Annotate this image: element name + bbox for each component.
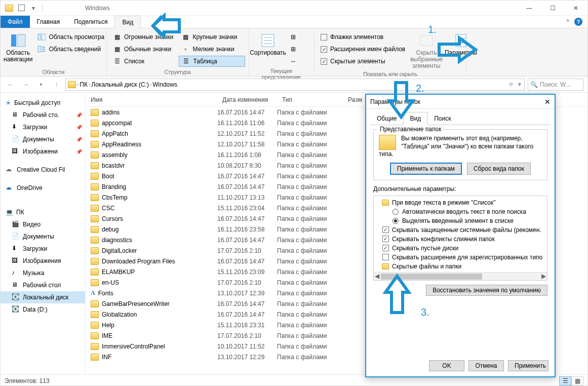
item-count: Элементов: 113 — [5, 377, 50, 384]
tab-home[interactable]: Главная — [30, 16, 67, 28]
advanced-settings-list[interactable]: При вводе текста в режиме "Список"Автома… — [373, 196, 547, 281]
svg-rect-7 — [42, 51, 45, 52]
sidebar-item[interactable]: 🖥Рабочий стол — [1, 279, 85, 291]
annotation-arrow-2 — [437, 37, 478, 64]
search-icon: 🔍 — [530, 81, 538, 88]
annotation-arrow-1 — [150, 15, 185, 38]
annotation-label-3: 3. — [421, 306, 429, 318]
file-extensions-toggle[interactable]: ✓Расширения имен файлов — [318, 44, 408, 55]
folder-options-dialog: Параметры папок ✕ Общие Вид Поиск Предст… — [365, 94, 556, 377]
preview-pane-button[interactable]: Область просмотра — [34, 31, 107, 43]
sidebar-item[interactable]: ⬇Загрузки📌 — [1, 121, 85, 133]
svg-rect-3 — [42, 34, 45, 40]
sidebar-item[interactable]: ☁Creative Cloud Fil — [1, 164, 85, 176]
sidebar-item[interactable]: 🎬Видео — [1, 218, 85, 230]
annotation-label-1: 1. — [428, 24, 437, 35]
advanced-option[interactable]: ✓Скрывать защищенные системные файлы (ре… — [375, 225, 546, 235]
svg-marker-20 — [439, 38, 476, 61]
folder-icon — [68, 81, 76, 88]
sidebar-item[interactable]: 💽Локальный диск — [1, 291, 85, 303]
sidebar-item[interactable]: ⬇Загрузки — [1, 243, 85, 255]
sidebar: ★Быстрый доступ 🖥Рабочий сто.📌⬇Загрузки📌… — [1, 93, 86, 374]
this-pc[interactable]: 💻ПК — [1, 206, 85, 218]
sidebar-item[interactable]: ♪Музыка — [1, 267, 85, 279]
tab-file[interactable]: Файл — [1, 16, 30, 28]
ok-button[interactable]: OK — [429, 360, 464, 371]
minimize-button[interactable]: — — [518, 1, 541, 16]
help-icon[interactable]: ? — [574, 18, 582, 26]
dialog-tab-search[interactable]: Поиск — [427, 112, 457, 125]
breadcrumb[interactable]: › ПК› Локальный диск (C:)› Windows ⟳ ▼ — [65, 79, 525, 91]
svg-rect-1 — [17, 34, 25, 47]
svg-marker-22 — [385, 276, 409, 313]
sidebar-item[interactable]: 🖥Рабочий сто.📌 — [1, 109, 85, 121]
svg-rect-2 — [38, 34, 41, 40]
layout-medium[interactable]: ▦Обычные значки — [110, 44, 177, 55]
cancel-button[interactable]: Отмена — [468, 360, 504, 371]
back-button[interactable]: ← — [5, 79, 17, 91]
layout-list[interactable]: ☰Список — [110, 56, 177, 67]
details-pane-button[interactable]: Область сведений — [34, 44, 107, 55]
history-dropdown[interactable]: ▼ — [35, 79, 47, 91]
sidebar-item[interactable]: 📄Документы — [1, 230, 85, 243]
search-input[interactable]: 🔍 Поиск: W... — [528, 79, 583, 91]
close-button[interactable]: ✕ — [564, 1, 587, 16]
reset-folders-button[interactable]: Сброс вида папок — [467, 163, 531, 175]
navigation-pane-button[interactable]: Область навигации — [4, 30, 32, 63]
forward-button[interactable]: → — [20, 79, 32, 91]
collapse-ribbon-icon[interactable]: ^ — [566, 18, 569, 25]
view-details-button[interactable]: ☰ — [559, 376, 571, 385]
svg-rect-5 — [42, 47, 45, 48]
advanced-option[interactable]: Выделять введенный элемент в списке — [375, 216, 546, 225]
advanced-option[interactable]: ✓Скрывать конфликты слияния папок — [375, 235, 546, 244]
quick-access[interactable]: ★Быстрый доступ — [1, 97, 85, 109]
sidebar-item[interactable]: 🖼Изображени📌 — [1, 145, 85, 158]
folder-icon — [4, 3, 15, 14]
svg-rect-6 — [42, 49, 45, 50]
item-checkboxes-toggle[interactable]: Флажки элементов — [318, 31, 408, 43]
qat-dropdown[interactable]: ▾ — [28, 3, 39, 14]
titlebar: ▾ Windows — ☐ ✕ — [1, 1, 587, 16]
ribbon: Область навигации Область просмотра Обла… — [1, 28, 587, 76]
dialog-close-button[interactable]: ✕ — [544, 98, 551, 106]
restore-defaults-button[interactable]: Восстановить значения по умолчанию — [426, 285, 547, 296]
maximize-button[interactable]: ☐ — [541, 1, 564, 16]
annotation-arrow-3 — [388, 81, 414, 121]
qat-checkbox[interactable] — [16, 3, 27, 14]
apply-to-folders-button[interactable]: Применить к папкам — [390, 163, 462, 175]
svg-rect-12 — [420, 35, 433, 46]
tab-share[interactable]: Поделиться — [67, 16, 114, 28]
address-bar: ← → ▼ ↑ › ПК› Локальный диск (C:)› Windo… — [1, 76, 587, 93]
addcolumn-button[interactable]: ⊞ — [286, 44, 300, 55]
layout-large[interactable]: ▦Крупные значки — [179, 31, 246, 43]
window-title: Windows — [85, 5, 110, 12]
sort-button[interactable]: Сортировать — [252, 30, 284, 56]
groupby-button[interactable]: ⊞ — [286, 31, 300, 43]
sidebar-item[interactable]: ☁OneDrive — [1, 182, 85, 194]
annotation-arrow-4 — [384, 274, 410, 316]
view-icons-button[interactable]: ▦ — [571, 376, 583, 385]
sidebar-item[interactable]: 📄Документы📌 — [1, 133, 85, 145]
sidebar-item[interactable]: 🖼Изображения — [1, 255, 85, 267]
advanced-option[interactable]: ✓Скрывать пустые диски — [375, 244, 546, 253]
annotation-label-2: 2. — [416, 83, 424, 94]
advanced-option[interactable]: Автоматически вводить текст в поле поиск… — [375, 207, 546, 216]
layout-table[interactable]: ☰Таблица — [179, 56, 246, 67]
sidebar-item[interactable]: 💽Data (D:) — [1, 303, 85, 316]
apply-button[interactable]: Применить — [508, 360, 548, 371]
layout-small[interactable]: ▫Мелкие значки — [179, 44, 246, 55]
ribbon-tabs: Файл Главная Поделиться Вид ^ ? — [1, 16, 587, 28]
folder-icon — [379, 135, 396, 150]
svg-marker-21 — [389, 83, 413, 117]
up-button[interactable]: ↑ — [50, 79, 62, 91]
tab-view[interactable]: Вид — [114, 16, 141, 28]
advanced-option[interactable]: Скрывать расширения для зарегистрированн… — [375, 253, 546, 262]
sizecolumns-button[interactable]: ↔ — [286, 56, 300, 67]
svg-rect-0 — [11, 34, 16, 47]
hidden-items-toggle[interactable]: ✓Скрытые элементы — [318, 56, 408, 67]
svg-rect-4 — [38, 46, 41, 52]
advanced-option[interactable]: Скрытые файлы и папки — [375, 262, 546, 271]
advanced-option[interactable]: При вводе текста в режиме "Список" — [375, 198, 546, 207]
